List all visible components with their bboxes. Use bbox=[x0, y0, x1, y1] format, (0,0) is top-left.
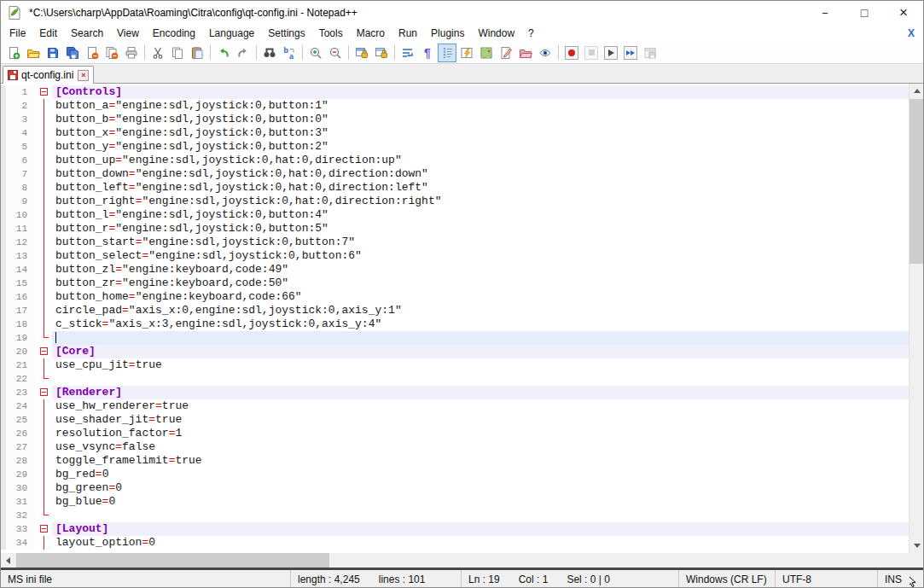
status-eol-format[interactable]: Windows (CR LF) bbox=[679, 570, 776, 588]
editor-line-18[interactable]: 18c_stick="axis_x:3,engine:sdl,joystick:… bbox=[1, 317, 909, 331]
redo-button[interactable] bbox=[234, 44, 253, 62]
editor-line-27[interactable]: 27use_vsync=false bbox=[1, 440, 909, 454]
editor-line-32[interactable]: 32 bbox=[1, 509, 909, 522]
resize-grip[interactable] bbox=[909, 570, 923, 588]
code-text[interactable] bbox=[52, 372, 909, 386]
menu-window[interactable]: Window bbox=[471, 26, 521, 41]
code-text[interactable]: bg_blue=0 bbox=[52, 495, 909, 509]
editor-line-12[interactable]: 12button_start="engine:sdl,joystick:0,bu… bbox=[1, 236, 909, 249]
status-insert-mode[interactable]: INS bbox=[878, 570, 909, 588]
tab-close-icon[interactable] bbox=[78, 70, 89, 81]
code-text[interactable]: button_l="engine:sdl,joystick:0,button:4… bbox=[52, 208, 909, 222]
close-all-button[interactable] bbox=[102, 44, 121, 62]
line-number[interactable]: 9 bbox=[6, 195, 35, 208]
editor-line-14[interactable]: 14button_zl="engine:keyboard,code:49" bbox=[1, 263, 909, 277]
editor-line-8[interactable]: 8button_left="engine:sdl,joystick:0,hat:… bbox=[1, 181, 909, 195]
fold-marker-start[interactable] bbox=[35, 85, 52, 99]
code-text[interactable]: [Layout] bbox=[52, 522, 909, 536]
editor-line-28[interactable]: 28toggle_framelimit=true bbox=[1, 454, 909, 468]
menu-plugins[interactable]: Plugins bbox=[424, 26, 471, 41]
save-all-button[interactable] bbox=[63, 44, 82, 62]
code-text[interactable]: layout_option=0 bbox=[52, 536, 909, 550]
copy-button[interactable] bbox=[168, 44, 187, 62]
line-number[interactable]: 10 bbox=[6, 208, 35, 222]
editor-line-19[interactable]: 19 bbox=[1, 331, 909, 345]
line-number[interactable]: 12 bbox=[6, 236, 35, 249]
show-indent-guide-button[interactable] bbox=[438, 44, 456, 62]
line-number[interactable]: 34 bbox=[6, 536, 35, 550]
close-document-button[interactable]: X bbox=[908, 27, 915, 39]
document-map-button[interactable] bbox=[477, 44, 496, 62]
editor-line-16[interactable]: 16button_home="engine:keyboard,code:66" bbox=[1, 290, 909, 304]
zoom-in-button[interactable] bbox=[306, 44, 325, 62]
line-number[interactable]: 4 bbox=[6, 126, 35, 140]
code-text[interactable] bbox=[52, 331, 909, 345]
line-number[interactable]: 11 bbox=[6, 222, 35, 236]
print-button[interactable] bbox=[122, 44, 141, 62]
code-text[interactable]: button_zl="engine:keyboard,code:49" bbox=[52, 263, 909, 277]
vertical-scrollbar-thumb[interactable] bbox=[909, 99, 923, 264]
folder-as-workspace-button[interactable] bbox=[516, 44, 535, 62]
code-text[interactable]: use_cpu_jit=true bbox=[52, 358, 909, 372]
line-number[interactable]: 14 bbox=[6, 263, 35, 277]
close-button[interactable] bbox=[884, 1, 923, 25]
code-text[interactable]: button_start="engine:sdl,joystick:0,butt… bbox=[52, 236, 909, 249]
open-file-button[interactable] bbox=[24, 44, 43, 62]
line-number[interactable]: 21 bbox=[6, 358, 35, 372]
editor-line-17[interactable]: 17circle_pad="axis_x:0,engine:sdl,joysti… bbox=[1, 304, 909, 317]
editor-line-15[interactable]: 15button_zr="engine:keyboard,code:50" bbox=[1, 277, 909, 290]
editor-line-33[interactable]: 33[Layout] bbox=[1, 522, 909, 536]
code-text[interactable]: button_zr="engine:keyboard,code:50" bbox=[52, 277, 909, 290]
code-text[interactable]: button_home="engine:keyboard,code:66" bbox=[52, 290, 909, 304]
editor-line-34[interactable]: 34layout_option=0 bbox=[1, 536, 909, 550]
fold-marker-start[interactable] bbox=[35, 345, 52, 358]
horizontal-scrollbar-thumb[interactable] bbox=[16, 553, 329, 568]
line-number[interactable]: 25 bbox=[6, 413, 35, 427]
scroll-down-arrow[interactable] bbox=[909, 539, 924, 553]
line-number[interactable]: 7 bbox=[6, 167, 35, 181]
word-wrap-button[interactable] bbox=[398, 44, 417, 62]
close-file-button[interactable] bbox=[83, 44, 102, 62]
code-text[interactable]: use_shader_jit=true bbox=[52, 413, 909, 427]
title-bar[interactable]: *C:\Users\charp\AppData\Roaming\Citra\co… bbox=[1, 1, 923, 25]
fold-marker-start[interactable] bbox=[35, 522, 52, 536]
code-text[interactable]: [Core] bbox=[52, 345, 909, 358]
line-number[interactable]: 30 bbox=[6, 481, 35, 495]
code-text[interactable]: button_left="engine:sdl,joystick:0,hat:0… bbox=[52, 181, 909, 195]
editor-line-29[interactable]: 29bg_red=0 bbox=[1, 468, 909, 481]
maximize-button[interactable] bbox=[845, 1, 884, 25]
code-text[interactable]: button_a="engine:sdl,joystick:0,button:1… bbox=[52, 99, 909, 113]
code-text[interactable]: c_stick="axis_x:3,engine:sdl,joystick:0,… bbox=[52, 317, 909, 331]
replace-button[interactable]: ba bbox=[280, 44, 299, 62]
undo-button[interactable] bbox=[214, 44, 233, 62]
editor-lines[interactable]: 1[Controls]2button_a="engine:sdl,joystic… bbox=[1, 84, 909, 553]
line-number[interactable]: 8 bbox=[6, 181, 35, 195]
line-number[interactable]: 29 bbox=[6, 468, 35, 481]
code-text[interactable]: button_x="engine:sdl,joystick:0,button:3… bbox=[52, 126, 909, 140]
editor-line-6[interactable]: 6button_up="engine:sdl,joystick:0,hat:0,… bbox=[1, 154, 909, 167]
code-text[interactable]: button_r="engine:sdl,joystick:0,button:5… bbox=[52, 222, 909, 236]
menu-encoding[interactable]: Encoding bbox=[146, 26, 202, 41]
code-text[interactable]: circle_pad="axis_x:0,engine:sdl,joystick… bbox=[52, 304, 909, 317]
find-button[interactable] bbox=[260, 44, 279, 62]
line-number[interactable]: 19 bbox=[6, 331, 35, 345]
editor-line-30[interactable]: 30bg_green=0 bbox=[1, 481, 909, 495]
line-number[interactable]: 31 bbox=[6, 495, 35, 509]
line-number[interactable]: 23 bbox=[6, 386, 35, 399]
menu-tools[interactable]: Tools bbox=[312, 26, 350, 41]
editor-line-25[interactable]: 25use_shader_jit=true bbox=[1, 413, 909, 427]
line-number[interactable]: 13 bbox=[6, 249, 35, 263]
macro-play-button[interactable] bbox=[601, 44, 620, 62]
vertical-scrollbar[interactable] bbox=[909, 84, 923, 553]
editor-line-7[interactable]: 7button_down="engine:sdl,joystick:0,hat:… bbox=[1, 167, 909, 181]
macro-record-button[interactable] bbox=[562, 44, 581, 62]
editor-line-13[interactable]: 13button_select="engine:sdl,joystick:0,b… bbox=[1, 249, 909, 263]
menu-run[interactable]: Run bbox=[392, 26, 424, 41]
editor-line-3[interactable]: 3button_b="engine:sdl,joystick:0,button:… bbox=[1, 113, 909, 126]
line-number[interactable]: 17 bbox=[6, 304, 35, 317]
code-text[interactable]: button_y="engine:sdl,joystick:0,button:2… bbox=[52, 140, 909, 154]
code-text[interactable]: button_select="engine:sdl,joystick:0,but… bbox=[52, 249, 909, 263]
horizontal-scrollbar[interactable] bbox=[1, 553, 923, 568]
tab-qt-config-ini[interactable]: qt-config.ini bbox=[3, 66, 94, 84]
show-all-characters-button[interactable]: ¶ bbox=[418, 44, 437, 62]
